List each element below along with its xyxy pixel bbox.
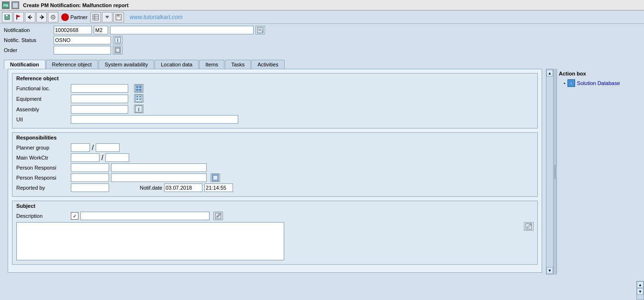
description-edit-icon[interactable] bbox=[213, 212, 223, 220]
right-scrollbar[interactable]: ▲ ▼ bbox=[546, 69, 554, 275]
partner-label: Partner bbox=[70, 14, 88, 20]
assembly-label: Assembly bbox=[16, 107, 69, 112]
svg-rect-28 bbox=[136, 86, 138, 88]
notification-input[interactable] bbox=[54, 26, 92, 34]
tab-location-data[interactable]: Location data bbox=[155, 60, 199, 69]
svg-text:i: i bbox=[138, 107, 139, 112]
person-responsi-input1a[interactable] bbox=[71, 163, 109, 172]
toolbar-btn-down[interactable] bbox=[102, 12, 112, 22]
uii-row: UII bbox=[16, 115, 533, 124]
assembly-row: Assembly i bbox=[16, 105, 533, 114]
notification-type-input[interactable] bbox=[94, 26, 108, 34]
main-workctr-label: Main WorkCtr bbox=[16, 155, 69, 161]
toolbar-btn-save[interactable] bbox=[2, 12, 12, 22]
uii-input[interactable] bbox=[71, 115, 238, 124]
person-responsi-label1: Person Responsi bbox=[16, 165, 69, 171]
person-responsi-row1: Person Responsi bbox=[16, 163, 533, 172]
person-responsi-input2b[interactable] bbox=[111, 173, 207, 182]
main-workctr-row: Main WorkCtr / bbox=[16, 153, 533, 162]
tab-notification[interactable]: Notification bbox=[4, 60, 45, 69]
toolbar-btn-table[interactable] bbox=[90, 12, 101, 22]
description-label: Description bbox=[16, 213, 69, 219]
svg-rect-4 bbox=[6, 15, 8, 16]
title-bar: PM Create PM Notification: Malfunction r… bbox=[0, 0, 644, 11]
responsibilities-section: Responsibilities Planner group / Main Wo… bbox=[12, 132, 538, 197]
bottom-scroll-right[interactable]: ▲ ▼ bbox=[636, 281, 644, 300]
subject-title: Subject bbox=[16, 203, 533, 209]
person-responsi-input2a[interactable] bbox=[71, 173, 109, 182]
subject-section: Subject Description ✓ bbox=[12, 201, 538, 265]
planner-group-input2[interactable] bbox=[96, 143, 120, 152]
equipment-input[interactable] bbox=[71, 95, 128, 103]
svg-rect-11 bbox=[93, 14, 99, 20]
reported-by-input[interactable] bbox=[71, 183, 109, 192]
func-loc-tree-icon[interactable] bbox=[134, 84, 144, 93]
svg-text:PM: PM bbox=[3, 4, 9, 7]
scroll-right-up[interactable]: ▲ bbox=[637, 281, 644, 288]
solution-database-item[interactable]: • i Solution Database bbox=[559, 78, 638, 88]
notification-label: Notification bbox=[4, 27, 52, 33]
title-text: Create PM Notification: Malfunction repo… bbox=[23, 2, 129, 8]
order-label: Order bbox=[4, 47, 52, 53]
notif-date-input[interactable] bbox=[164, 183, 202, 192]
action-box-title: Action box bbox=[559, 71, 638, 76]
tab-tasks[interactable]: Tasks bbox=[225, 60, 251, 69]
person-responsi-label2: Person Responsi bbox=[16, 175, 69, 181]
partner-btn[interactable]: Partner bbox=[61, 13, 88, 21]
description-checkbox[interactable]: ✓ bbox=[71, 212, 78, 220]
notification-desc-input[interactable] bbox=[110, 26, 254, 34]
main-workctr-input2[interactable] bbox=[105, 153, 129, 162]
content-panel: Reference object Functional loc. Equipme… bbox=[4, 69, 546, 275]
notification-edit-icon[interactable] bbox=[255, 26, 265, 34]
notif-time-input[interactable] bbox=[204, 183, 233, 192]
toolbar-btn-disk[interactable] bbox=[113, 12, 124, 22]
notif-status-input[interactable] bbox=[54, 36, 111, 44]
toolbar-btn-forward[interactable] bbox=[36, 12, 47, 22]
scroll-down-arrow[interactable]: ▼ bbox=[546, 267, 553, 274]
planner-group-label: Planner group bbox=[16, 145, 69, 150]
person-responsi-icon[interactable] bbox=[211, 173, 220, 182]
svg-rect-17 bbox=[117, 14, 120, 16]
assembly-info-icon[interactable]: i bbox=[134, 105, 144, 113]
svg-text:i: i bbox=[117, 38, 119, 43]
equipment-grid-icon[interactable] bbox=[134, 94, 144, 103]
description-row: Description ✓ bbox=[16, 212, 533, 220]
main-workctr-input1[interactable] bbox=[71, 153, 100, 162]
textarea-edit-icon[interactable] bbox=[524, 222, 533, 231]
partner-icon bbox=[61, 13, 69, 21]
planner-separator: / bbox=[92, 144, 94, 151]
tab-activities[interactable]: Activities bbox=[251, 60, 284, 69]
tabs-container: Notification Reference object System ava… bbox=[0, 60, 644, 69]
order-icon[interactable] bbox=[113, 46, 122, 54]
solution-database-label: Solution Database bbox=[577, 80, 620, 86]
svg-rect-18 bbox=[117, 17, 121, 20]
person-responsi-input1b[interactable] bbox=[111, 163, 207, 172]
svg-rect-2 bbox=[12, 2, 18, 8]
watermark: www.tutorialkart.com bbox=[130, 14, 183, 21]
order-input[interactable] bbox=[54, 46, 111, 54]
assembly-input[interactable] bbox=[71, 105, 128, 114]
toolbar-btn-flag[interactable] bbox=[13, 12, 24, 22]
planner-group-input1[interactable] bbox=[71, 143, 90, 152]
toolbar-btn-gear[interactable] bbox=[48, 12, 58, 22]
tab-items[interactable]: Items bbox=[199, 60, 224, 69]
functional-loc-input[interactable] bbox=[71, 84, 128, 93]
action-box: Action box • i Solution Database bbox=[556, 69, 640, 275]
tab-system-availability[interactable]: System availability bbox=[99, 60, 154, 69]
description-input[interactable] bbox=[80, 212, 210, 220]
notification-row: Notification bbox=[4, 26, 640, 34]
scroll-right-down[interactable]: ▼ bbox=[637, 288, 644, 295]
toolbar: Partner www.tutorialkart.com bbox=[0, 11, 644, 24]
person-responsi-row2: Person Responsi bbox=[16, 173, 533, 182]
scroll-up-arrow[interactable]: ▲ bbox=[546, 70, 553, 76]
notif-date-label: Notif.date bbox=[140, 185, 162, 191]
svg-rect-29 bbox=[136, 89, 138, 91]
svg-marker-15 bbox=[105, 16, 109, 19]
uii-label: UII bbox=[16, 117, 69, 122]
title-bar-icon: PM bbox=[2, 1, 10, 9]
subject-textarea[interactable] bbox=[16, 222, 284, 260]
notif-status-info-icon[interactable]: i bbox=[113, 36, 122, 44]
functional-loc-row: Functional loc. bbox=[16, 84, 533, 93]
toolbar-btn-back[interactable] bbox=[25, 12, 35, 22]
tab-reference-object[interactable]: Reference object bbox=[46, 60, 98, 69]
